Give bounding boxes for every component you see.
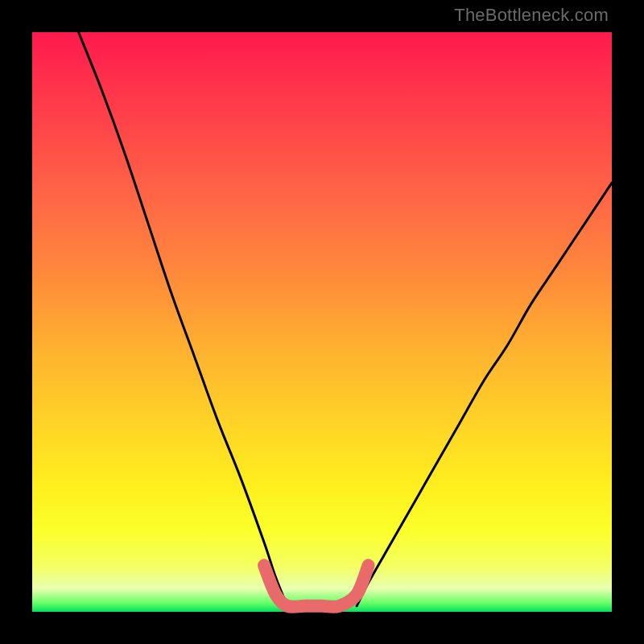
curves-svg — [32, 32, 612, 612]
watermark-text: TheBottleneck.com — [454, 5, 609, 26]
chart-frame: TheBottleneck.com — [0, 0, 644, 644]
left-branch-line — [79, 32, 287, 606]
right-branch-line — [357, 183, 612, 606]
plot-area — [32, 32, 612, 612]
